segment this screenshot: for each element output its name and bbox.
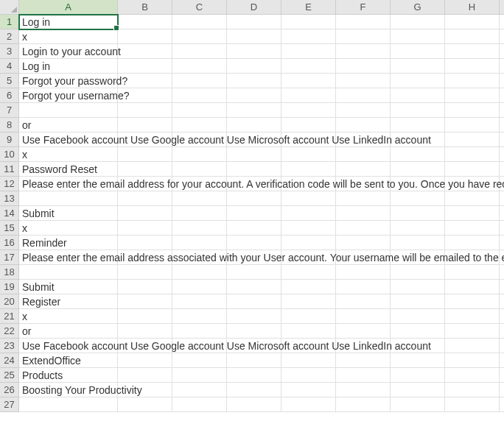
cell-I24[interactable]: [500, 353, 504, 368]
cell-E24[interactable]: [281, 353, 336, 368]
cell-F11[interactable]: [336, 162, 391, 177]
cell-H9[interactable]: [445, 132, 500, 147]
cell-C18[interactable]: [172, 265, 227, 280]
col-header-H[interactable]: H: [445, 0, 500, 15]
cell-D2[interactable]: [227, 29, 281, 44]
cell-F2[interactable]: [336, 29, 391, 44]
cell-E25[interactable]: [281, 368, 336, 383]
select-all-corner[interactable]: [0, 0, 19, 15]
cell-D16[interactable]: [227, 236, 281, 250]
cell-C7[interactable]: [172, 103, 227, 118]
cell-I18[interactable]: [500, 265, 504, 280]
cell-E16[interactable]: [281, 236, 336, 250]
row-header-8[interactable]: 8: [0, 118, 19, 132]
cell-E4[interactable]: [281, 59, 336, 74]
cell-C13[interactable]: [172, 191, 227, 206]
cell-H18[interactable]: [445, 265, 500, 280]
cell-I15[interactable]: [500, 221, 504, 236]
cell-F26[interactable]: [336, 383, 391, 397]
cell-B20[interactable]: [118, 294, 172, 309]
cell-D22[interactable]: [227, 324, 281, 339]
cell-F19[interactable]: [336, 280, 391, 294]
cell-A27[interactable]: [19, 397, 118, 412]
cell-I10[interactable]: [500, 147, 504, 162]
cell-I19[interactable]: [500, 280, 504, 294]
row-header-7[interactable]: 7: [0, 103, 19, 118]
cell-F18[interactable]: [336, 265, 391, 280]
cell-E13[interactable]: [281, 191, 336, 206]
row-header-1[interactable]: 1: [0, 15, 19, 29]
row-header-6[interactable]: 6: [0, 88, 19, 103]
cell-A1[interactable]: Log in: [19, 15, 118, 29]
cell-A4[interactable]: Log in: [19, 59, 118, 74]
cell-F27[interactable]: [336, 397, 391, 412]
cell-F13[interactable]: [336, 191, 391, 206]
cell-E5[interactable]: [281, 74, 336, 88]
cell-I3[interactable]: [500, 44, 504, 59]
cell-H16[interactable]: [445, 236, 500, 250]
cell-F6[interactable]: [336, 88, 391, 103]
cell-I13[interactable]: [500, 191, 504, 206]
cell-H10[interactable]: [445, 147, 500, 162]
cell-F24[interactable]: [336, 353, 391, 368]
col-header-I[interactable]: I: [500, 0, 504, 15]
cell-C5[interactable]: [172, 74, 227, 88]
cell-B4[interactable]: [118, 59, 172, 74]
cell-G26[interactable]: [391, 383, 445, 397]
cell-C25[interactable]: [172, 368, 227, 383]
cell-G13[interactable]: [391, 191, 445, 206]
row-header-2[interactable]: 2: [0, 29, 19, 44]
cell-F7[interactable]: [336, 103, 391, 118]
col-header-F[interactable]: F: [336, 0, 391, 15]
cell-D27[interactable]: [227, 397, 281, 412]
cell-B25[interactable]: [118, 368, 172, 383]
cell-A6[interactable]: Forgot your username?: [19, 88, 118, 103]
row-header-10[interactable]: 10: [0, 147, 19, 162]
cell-A22[interactable]: or: [19, 324, 118, 339]
cell-I11[interactable]: [500, 162, 504, 177]
cell-I22[interactable]: [500, 324, 504, 339]
cell-D1[interactable]: [227, 15, 281, 29]
row-header-19[interactable]: 19: [0, 280, 19, 294]
cell-A17[interactable]: Please enter the email address associate…: [19, 250, 118, 265]
cell-H8[interactable]: [445, 118, 500, 132]
cell-G5[interactable]: [391, 74, 445, 88]
cell-C20[interactable]: [172, 294, 227, 309]
cell-F16[interactable]: [336, 236, 391, 250]
cell-G15[interactable]: [391, 221, 445, 236]
cell-D18[interactable]: [227, 265, 281, 280]
cell-D8[interactable]: [227, 118, 281, 132]
cell-G6[interactable]: [391, 88, 445, 103]
cell-E19[interactable]: [281, 280, 336, 294]
cell-F1[interactable]: [336, 15, 391, 29]
cell-D13[interactable]: [227, 191, 281, 206]
cell-B11[interactable]: [118, 162, 172, 177]
cell-G8[interactable]: [391, 118, 445, 132]
cell-A23[interactable]: Use Facebook account Use Google account …: [19, 339, 118, 353]
cell-I25[interactable]: [500, 368, 504, 383]
cell-A16[interactable]: Reminder: [19, 236, 118, 250]
cell-I23[interactable]: [500, 339, 504, 353]
row-header-16[interactable]: 16: [0, 236, 19, 250]
cell-H14[interactable]: [445, 206, 500, 221]
cell-E3[interactable]: [281, 44, 336, 59]
cell-H26[interactable]: [445, 383, 500, 397]
row-header-4[interactable]: 4: [0, 59, 19, 74]
cell-G22[interactable]: [391, 324, 445, 339]
cell-H19[interactable]: [445, 280, 500, 294]
cell-F8[interactable]: [336, 118, 391, 132]
cell-E2[interactable]: [281, 29, 336, 44]
cell-A11[interactable]: Password Reset: [19, 162, 118, 177]
cell-E18[interactable]: [281, 265, 336, 280]
cell-D21[interactable]: [227, 309, 281, 324]
cell-C24[interactable]: [172, 353, 227, 368]
cell-D26[interactable]: [227, 383, 281, 397]
cell-C8[interactable]: [172, 118, 227, 132]
cell-F15[interactable]: [336, 221, 391, 236]
cell-F4[interactable]: [336, 59, 391, 74]
cell-D4[interactable]: [227, 59, 281, 74]
cell-A3[interactable]: Login to your account: [19, 44, 118, 59]
cell-B15[interactable]: [118, 221, 172, 236]
cell-I26[interactable]: [500, 383, 504, 397]
cell-E1[interactable]: [281, 15, 336, 29]
